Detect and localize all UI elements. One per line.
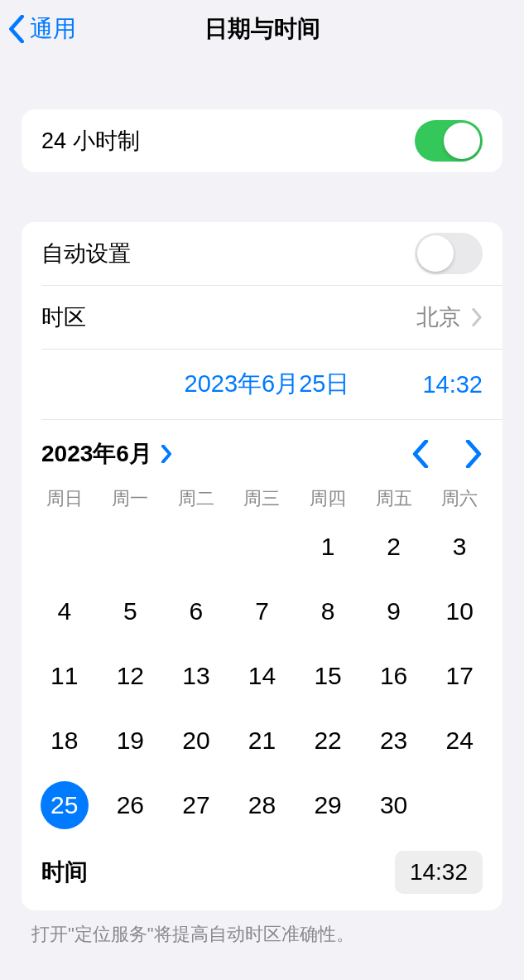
- weekday-label: 周日: [31, 486, 98, 511]
- calendar-day[interactable]: 3: [426, 514, 493, 579]
- weekday-label: 周六: [426, 486, 493, 511]
- footer-note: 打开"定位服务"将提高自动时区准确性。: [0, 910, 524, 958]
- twentyfour-hour-row: 24 小时制: [22, 109, 502, 172]
- calendar-day[interactable]: 12: [98, 644, 164, 708]
- time-picker-button[interactable]: 14:32: [395, 851, 483, 894]
- calendar-day[interactable]: 25: [31, 773, 98, 838]
- twentyfour-hour-switch[interactable]: [415, 120, 483, 162]
- calendar-day[interactable]: 23: [361, 708, 427, 773]
- back-label: 通用: [30, 13, 76, 45]
- calendar-day[interactable]: 28: [229, 773, 296, 838]
- calendar-day[interactable]: 5: [98, 579, 164, 644]
- calendar-day[interactable]: 4: [31, 579, 98, 644]
- calendar-day[interactable]: 21: [229, 708, 296, 773]
- calendar-day[interactable]: 10: [426, 579, 493, 644]
- page-title: 日期与时间: [0, 13, 524, 45]
- current-date[interactable]: 2023年6月25日: [185, 368, 350, 401]
- calendar-day[interactable]: 9: [361, 579, 427, 644]
- calendar-day[interactable]: 15: [295, 644, 361, 708]
- next-month-button[interactable]: [464, 440, 483, 468]
- chevron-right-icon: [471, 308, 483, 326]
- calendar-day[interactable]: 30: [361, 773, 427, 838]
- calendar-day[interactable]: 11: [31, 644, 98, 708]
- month-picker-button[interactable]: 2023年6月: [41, 438, 172, 470]
- back-button[interactable]: 通用: [0, 13, 76, 45]
- calendar-day[interactable]: 2: [361, 514, 427, 579]
- calendar-day[interactable]: 17: [426, 644, 493, 708]
- calendar-empty-cell: [31, 514, 98, 579]
- calendar-day[interactable]: 6: [163, 579, 229, 644]
- calendar-day[interactable]: 27: [163, 773, 229, 838]
- calendar-day[interactable]: 20: [163, 708, 229, 773]
- calendar-day[interactable]: 8: [295, 579, 361, 644]
- calendar-empty-cell: [98, 514, 164, 579]
- chevron-left-icon: [8, 15, 25, 43]
- current-datetime-row: 2023年6月25日 14:32: [22, 350, 502, 419]
- calendar-day[interactable]: 24: [426, 708, 493, 773]
- timezone-row[interactable]: 时区 北京: [22, 286, 502, 349]
- weekday-label: 周二: [163, 486, 229, 511]
- calendar-day[interactable]: 14: [229, 644, 296, 708]
- calendar-day[interactable]: 18: [31, 708, 98, 773]
- prev-month-button[interactable]: [411, 440, 430, 468]
- current-time[interactable]: 14:32: [422, 371, 483, 398]
- timezone-value: 北京: [416, 302, 461, 332]
- time-label: 时间: [41, 857, 395, 888]
- calendar-day[interactable]: 29: [295, 773, 361, 838]
- chevron-right-icon: [161, 445, 172, 463]
- calendar-empty-cell: [229, 514, 296, 579]
- timezone-label: 时区: [41, 302, 416, 332]
- calendar-day[interactable]: 1: [295, 514, 361, 579]
- auto-set-row: 自动设置: [22, 222, 502, 285]
- calendar-day[interactable]: 13: [163, 644, 229, 708]
- weekday-label: 周五: [361, 486, 427, 511]
- auto-set-label: 自动设置: [41, 239, 415, 268]
- weekday-label: 周四: [295, 486, 361, 511]
- month-title-label: 2023年6月: [41, 438, 152, 470]
- calendar-day[interactable]: 7: [229, 579, 296, 644]
- calendar-day[interactable]: 19: [98, 708, 164, 773]
- calendar-day[interactable]: 22: [295, 708, 361, 773]
- twentyfour-hour-label: 24 小时制: [41, 126, 415, 156]
- weekday-label: 周三: [229, 486, 296, 511]
- calendar-day[interactable]: 16: [361, 644, 427, 708]
- calendar-day[interactable]: 26: [98, 773, 164, 838]
- calendar-empty-cell: [163, 514, 229, 579]
- weekday-label: 周一: [98, 486, 164, 511]
- auto-set-switch[interactable]: [415, 233, 483, 274]
